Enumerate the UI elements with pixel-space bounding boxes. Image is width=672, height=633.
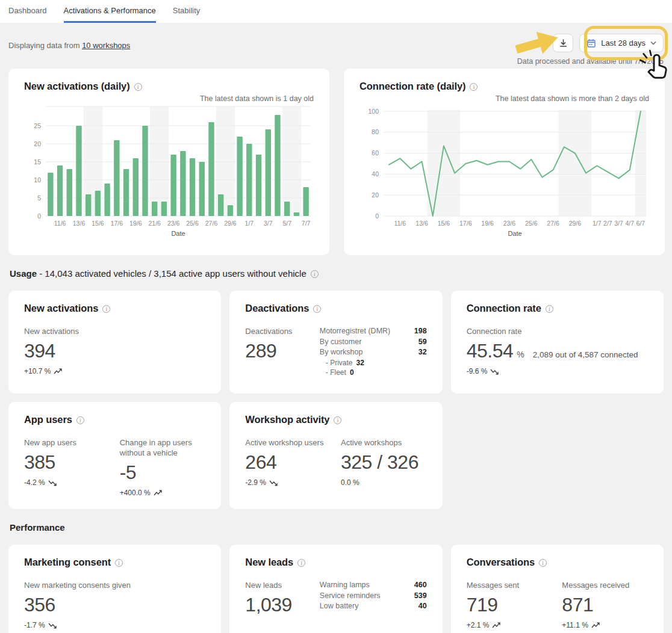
stat-label: Change in app users without a vehicle bbox=[120, 437, 206, 458]
svg-text:17/6: 17/6 bbox=[111, 220, 123, 227]
svg-text:80: 80 bbox=[372, 128, 379, 135]
breakdown-value: 59 bbox=[418, 337, 427, 348]
svg-text:2/7: 2/7 bbox=[603, 220, 612, 227]
info-icon[interactable] bbox=[115, 559, 123, 567]
stat-value: 1,039 bbox=[245, 594, 320, 616]
data-freshness-note: The latest data shown is more than 2 day… bbox=[359, 94, 649, 104]
workshops-link[interactable]: 10 workshops bbox=[82, 41, 130, 50]
download-button[interactable] bbox=[553, 34, 573, 52]
stat-label: Connection rate bbox=[467, 326, 648, 336]
trend-indicator: -1.7 % bbox=[24, 621, 205, 629]
svg-text:0: 0 bbox=[375, 212, 379, 220]
trend-up-icon bbox=[54, 368, 63, 375]
info-icon[interactable] bbox=[311, 270, 319, 278]
performance-cards-grid: Marketing consent New marketing consents… bbox=[8, 545, 664, 633]
usage-section-heading: Usage - 14,043 activated vehicles / 3,15… bbox=[10, 268, 662, 279]
stat-value: 719 bbox=[467, 594, 553, 616]
info-icon[interactable] bbox=[313, 305, 321, 313]
info-icon[interactable] bbox=[546, 305, 553, 313]
tab-stability[interactable]: Stability bbox=[173, 6, 201, 23]
deactivations-breakdown: Motorregistret (DMR)198By customer59By w… bbox=[320, 326, 427, 358]
new-leads-breakdown: Warning lamps460Service reminders539Low … bbox=[320, 580, 427, 612]
stat-label: Active workshop users bbox=[245, 437, 331, 448]
svg-text:21/6: 21/6 bbox=[148, 220, 161, 227]
breakdown-row: Low battery40 bbox=[320, 601, 427, 612]
info-icon[interactable] bbox=[334, 416, 341, 424]
svg-text:17/6: 17/6 bbox=[459, 220, 472, 227]
svg-text:10: 10 bbox=[34, 176, 41, 184]
connected-ratio-note: 2,089 out of 4,587 connected bbox=[533, 350, 638, 359]
stat-block: New app users 385 -4.2 % bbox=[24, 425, 110, 497]
conversations-card: Conversations Messages sent 719 +2.1 % M… bbox=[451, 545, 664, 633]
breakdown-value: 460 bbox=[414, 580, 427, 591]
trend-text: 0.0 % bbox=[341, 478, 359, 487]
trend-indicator: -2.9 % bbox=[245, 478, 331, 487]
trend-text: -9.6 % bbox=[467, 367, 488, 375]
tab-activations-performance[interactable]: Activations & Performance bbox=[64, 6, 156, 23]
breakdown-value: 0 bbox=[350, 368, 354, 377]
svg-text:13/6: 13/6 bbox=[415, 220, 428, 227]
info-icon[interactable] bbox=[76, 416, 84, 424]
date-range-value: Last 28 days bbox=[601, 39, 646, 48]
card-title: New leads bbox=[245, 557, 293, 567]
svg-text:3/7: 3/7 bbox=[264, 220, 273, 227]
deactivations-sub-breakdown: - Private32- Fleet0 bbox=[326, 358, 427, 377]
svg-text:40: 40 bbox=[372, 170, 379, 178]
svg-text:1/7: 1/7 bbox=[245, 220, 254, 227]
breakdown-value: 40 bbox=[418, 601, 427, 612]
calendar-icon bbox=[586, 39, 596, 48]
info-icon[interactable] bbox=[297, 559, 305, 567]
svg-text:23/6: 23/6 bbox=[503, 220, 516, 227]
breakdown-label: Motorregistret (DMR) bbox=[320, 326, 390, 337]
date-range-dropdown[interactable]: Last 28 days bbox=[579, 34, 664, 52]
breakdown-row: Warning lamps460 bbox=[320, 580, 427, 591]
svg-text:5/7: 5/7 bbox=[282, 220, 291, 227]
breakdown-value: 198 bbox=[414, 326, 427, 337]
trend-down-icon bbox=[48, 480, 57, 486]
stat-label: New activations bbox=[24, 326, 205, 336]
tab-dashboard[interactable]: Dashboard bbox=[8, 6, 47, 23]
trend-up-icon bbox=[492, 622, 501, 629]
info-icon[interactable] bbox=[470, 83, 478, 91]
trend-text: +11.1 % bbox=[562, 621, 588, 629]
svg-text:20: 20 bbox=[372, 191, 379, 199]
stat-label: New app users bbox=[24, 437, 110, 448]
stat-label: New leads bbox=[245, 580, 320, 590]
svg-text:29/6: 29/6 bbox=[224, 220, 237, 227]
svg-text:0: 0 bbox=[37, 212, 41, 220]
svg-text:1/7: 1/7 bbox=[593, 220, 602, 227]
breakdown-label: By workshop bbox=[320, 347, 363, 358]
svg-text:11/6: 11/6 bbox=[394, 220, 406, 227]
svg-text:19/6: 19/6 bbox=[129, 220, 142, 227]
info-icon[interactable] bbox=[134, 83, 142, 91]
workshop-activity-card: Workshop activity Active workshop users … bbox=[229, 402, 442, 509]
trend-down-icon bbox=[269, 480, 278, 486]
svg-text:27/6: 27/6 bbox=[205, 220, 218, 227]
svg-text:25: 25 bbox=[34, 122, 41, 129]
chart-title: New activations (daily) bbox=[24, 81, 130, 91]
displaying-data-text: Displaying data from 10 workshops bbox=[8, 41, 130, 50]
displaying-prefix: Displaying data from bbox=[8, 41, 80, 50]
trend-text: +2.1 % bbox=[467, 621, 490, 629]
trend-text: -1.7 % bbox=[24, 621, 45, 629]
card-title: Deactivations bbox=[245, 303, 309, 313]
stat-unit: % bbox=[517, 350, 524, 359]
svg-text:3/7: 3/7 bbox=[614, 220, 623, 227]
usage-cards-grid: New activations New activations 394 +10.… bbox=[8, 291, 664, 509]
chart-title-row: New activations (daily) bbox=[24, 81, 314, 92]
trend-down-icon bbox=[48, 622, 57, 629]
svg-text:Date: Date bbox=[171, 230, 185, 237]
svg-text:27/6: 27/6 bbox=[547, 220, 559, 227]
svg-text:20: 20 bbox=[34, 140, 41, 147]
connection-rate-daily-card: Connection rate (daily) The latest data … bbox=[344, 69, 665, 255]
svg-text:25/6: 25/6 bbox=[186, 220, 199, 227]
breakdown-label: Low battery bbox=[320, 601, 359, 612]
performance-heading-text: Performance bbox=[10, 522, 65, 533]
stat-value: -5 bbox=[120, 462, 206, 484]
info-icon[interactable] bbox=[539, 559, 547, 567]
new-activations-daily-card: New activations (daily) The latest data … bbox=[8, 69, 329, 255]
svg-text:6/7: 6/7 bbox=[636, 220, 646, 227]
svg-text:7/7: 7/7 bbox=[302, 220, 311, 227]
trend-text: +10.7 % bbox=[24, 367, 51, 375]
info-icon[interactable] bbox=[102, 305, 110, 313]
